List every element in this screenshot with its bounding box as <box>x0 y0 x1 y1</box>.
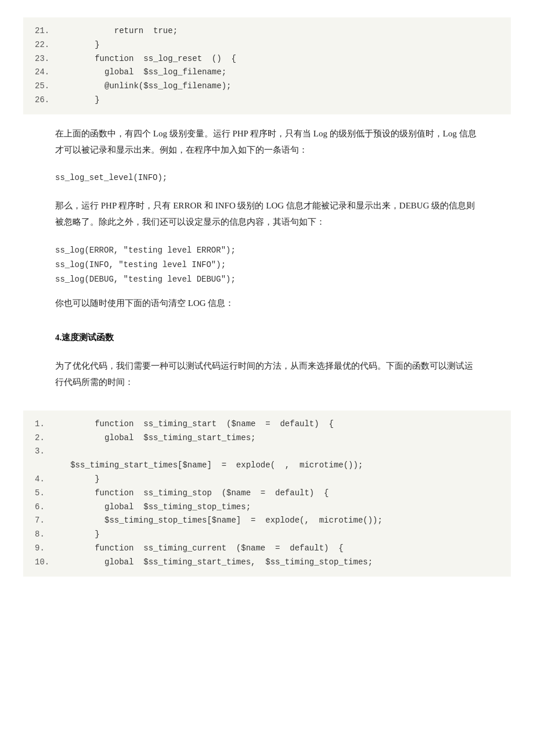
code-text: function ss_timing_stop ($name = default… <box>56 487 329 501</box>
code-block-2: 1. function ss_timing_start ($name = def… <box>23 411 511 577</box>
code-snippet: ss_log(DEBUG, "testing level DEBUG"); <box>55 275 236 284</box>
code-text: } <box>56 473 100 487</box>
code-snippet: ss_log(ERROR, "testing level ERROR"); <box>55 246 236 255</box>
code-line: 4. } <box>35 473 499 487</box>
code-text: $ss_timing_stop_times[$name] = explode(,… <box>56 514 383 528</box>
heading-text: 4.速度测试函数 <box>55 333 114 342</box>
line-number: 25. <box>35 80 56 93</box>
inline-code-2: ss_log(ERROR, "testing level ERROR"); ss… <box>23 241 511 290</box>
inline-code-1: ss_log_set_level(INFO); <box>23 168 511 188</box>
code-line: 24. global $ss_log_filename; <box>35 66 499 80</box>
line-number: 21. <box>35 24 56 38</box>
line-number: 10. <box>35 556 56 570</box>
code-block-1: 21. return true; 22. } 23. function ss_l… <box>23 17 511 114</box>
code-line: $ss_timing_start_times[$name] = explode(… <box>35 459 499 473</box>
code-line: 9. function ss_timing_current ($name = d… <box>35 542 499 556</box>
line-number: 22. <box>35 38 56 52</box>
code-text: $ss_timing_start_times[$name] = explode(… <box>56 459 363 473</box>
code-line: 22. } <box>35 38 499 52</box>
code-line-snippet: ss_log(DEBUG, "testing level DEBUG"); <box>55 272 479 287</box>
page-container: 21. return true; 22. } 23. function ss_l… <box>0 0 534 606</box>
line-number: 4. <box>35 473 56 487</box>
line-number: 23. <box>35 52 56 66</box>
code-text: global $ss_log_filename; <box>56 66 226 80</box>
paragraph-text: 在上面的函数中，有四个 Log 级别变量。运行 PHP 程序时，只有当 Log … <box>55 129 477 154</box>
text-paragraph-3: 你也可以随时使用下面的语句清空 LOG 信息： <box>23 290 511 318</box>
code-snippet: ss_log(INFO, "testing level INFO"); <box>55 260 226 269</box>
line-number: 2. <box>35 431 56 445</box>
line-number: 6. <box>35 501 56 514</box>
code-line: 5. function ss_timing_stop ($name = defa… <box>35 487 499 501</box>
code-text: } <box>56 93 100 107</box>
code-line-snippet: ss_log(ERROR, "testing level ERROR"); <box>55 243 479 258</box>
line-number: 1. <box>35 417 56 431</box>
line-number: 7. <box>35 514 56 528</box>
code-line: 25. @unlink($ss_log_filename); <box>35 80 499 93</box>
code-text: return true; <box>56 24 178 38</box>
line-number: 8. <box>35 528 56 542</box>
code-line: 26. } <box>35 93 499 107</box>
code-text: function ss_timing_start ($name = defaul… <box>56 417 334 431</box>
code-line: 1. function ss_timing_start ($name = def… <box>35 417 499 431</box>
code-text: } <box>56 38 100 52</box>
code-line-snippet: ss_log(INFO, "testing level INFO"); <box>55 258 479 272</box>
code-line: 8. } <box>35 528 499 542</box>
line-number: 5. <box>35 487 56 501</box>
code-text: } <box>56 528 100 542</box>
code-line: 10. global $ss_timing_start_times, $ss_t… <box>35 556 499 570</box>
code-text: global $ss_timing_start_times, $ss_timin… <box>56 556 373 570</box>
line-number: 9. <box>35 542 56 556</box>
code-text: global $ss_timing_stop_times; <box>56 501 251 514</box>
line-number: 26. <box>35 93 56 107</box>
text-paragraph-4: 为了优化代码，我们需要一种可以测试代码运行时间的方法，从而来选择最优的代码。下面… <box>23 352 511 397</box>
section-heading: 4.速度测试函数 <box>23 325 511 348</box>
code-line: 2. global $ss_timing_start_times; <box>35 431 499 445</box>
code-snippet: ss_log_set_level(INFO); <box>55 173 167 182</box>
paragraph-text: 为了优化代码，我们需要一种可以测试代码运行时间的方法，从而来选择最优的代码。下面… <box>55 361 473 387</box>
text-paragraph-1: 在上面的函数中，有四个 Log 级别变量。运行 PHP 程序时，只有当 Log … <box>23 120 511 164</box>
code-text: function ss_log_reset () { <box>56 52 236 66</box>
code-line: 7. $ss_timing_stop_times[$name] = explod… <box>35 514 499 528</box>
text-paragraph-2: 那么，运行 PHP 程序时，只有 ERROR 和 INFO 级别的 LOG 信息… <box>23 192 511 236</box>
paragraph-text: 那么，运行 PHP 程序时，只有 ERROR 和 INFO 级别的 LOG 信息… <box>55 201 475 226</box>
code-line: 6. global $ss_timing_stop_times; <box>35 501 499 514</box>
code-line: 23. function ss_log_reset () { <box>35 52 499 66</box>
line-number: 3. <box>35 445 56 459</box>
code-line: 21. return true; <box>35 24 499 38</box>
line-number: 24. <box>35 66 56 80</box>
code-text: global $ss_timing_start_times; <box>56 431 255 445</box>
code-text: function ss_timing_current ($name = defa… <box>56 542 344 556</box>
code-text: @unlink($ss_log_filename); <box>56 80 231 93</box>
code-line: 3. <box>35 445 499 459</box>
paragraph-text: 你也可以随时使用下面的语句清空 LOG 信息： <box>55 298 234 308</box>
